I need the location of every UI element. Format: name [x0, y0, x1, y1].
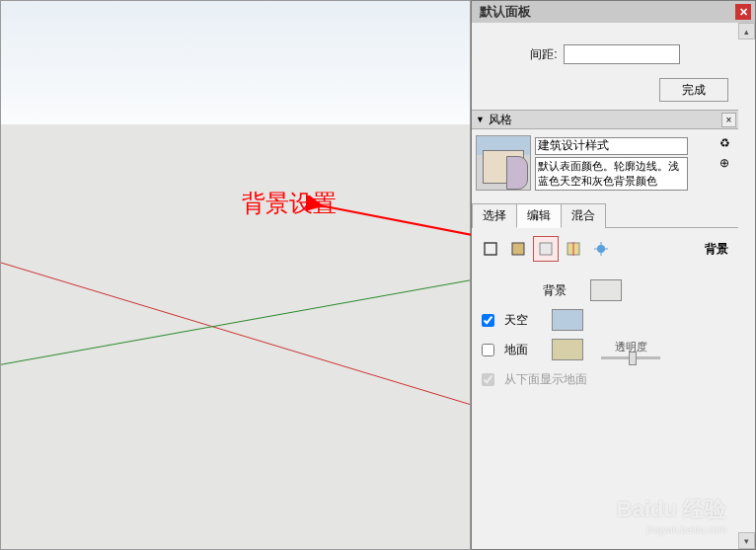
style-thumbnail[interactable]	[476, 135, 531, 191]
edge-settings-icon[interactable]	[478, 236, 503, 262]
svg-rect-4	[512, 243, 524, 255]
annotation-text: 背景设置	[242, 188, 337, 219]
transparency-slider[interactable]	[601, 356, 660, 359]
background-settings-icon[interactable]	[533, 236, 559, 262]
spacing-input[interactable]	[564, 44, 680, 64]
watermark-settings-icon[interactable]	[561, 236, 586, 262]
axes-overlay	[1, 1, 470, 549]
show-ground-below-checkbox	[482, 373, 494, 386]
default-panel: 默认面板 ✕ 间距: 完成 ▼ 风格 × 默认表面颜色。轮廓边线。浅蓝色天空和灰…	[471, 0, 756, 550]
spacing-row: 间距:	[472, 23, 738, 74]
panel-scrollbar[interactable]: ▴ ▾	[738, 23, 755, 549]
sky-color-swatch[interactable]	[552, 309, 583, 331]
scroll-up-icon[interactable]: ▴	[738, 23, 755, 39]
svg-rect-5	[540, 243, 552, 255]
style-section-label: 风格	[489, 112, 512, 128]
style-name-input[interactable]	[535, 137, 688, 155]
background-settings: 背景 天空 地面 透明度	[472, 270, 738, 400]
panel-title-bar[interactable]: 默认面板 ✕	[472, 1, 755, 23]
style-description[interactable]: 默认表面颜色。轮廓边线。浅蓝色天空和灰色背景颜色	[535, 157, 688, 191]
svg-rect-3	[485, 243, 496, 255]
scroll-down-icon[interactable]: ▾	[738, 532, 755, 549]
sky-checkbox[interactable]	[482, 314, 494, 327]
ground-checkbox[interactable]	[482, 344, 494, 356]
collapse-icon: ▼	[476, 115, 485, 124]
svg-line-0	[1, 260, 470, 406]
background-label: 背景	[543, 282, 580, 299]
background-color-swatch[interactable]	[590, 279, 622, 301]
tab-mix[interactable]: 混合	[561, 203, 606, 228]
edit-toolbar: 背景	[472, 228, 738, 270]
svg-line-1	[1, 279, 470, 366]
modeling-settings-icon[interactable]	[588, 236, 614, 262]
style-tabs: 选择 编辑 混合	[472, 202, 738, 228]
ground-label: 地面	[504, 342, 542, 358]
style-add-icon[interactable]: ⊕	[716, 155, 733, 173]
panel-title-text: 默认面板	[480, 4, 531, 19]
finish-button[interactable]: 完成	[659, 78, 728, 102]
tab-edit[interactable]: 编辑	[516, 203, 562, 228]
viewport-3d[interactable]	[0, 0, 471, 550]
face-settings-icon[interactable]	[505, 236, 531, 262]
ground-color-swatch[interactable]	[552, 339, 583, 360]
tab-select[interactable]: 选择	[472, 203, 517, 228]
close-panel-button[interactable]: ✕	[735, 4, 751, 20]
style-section-close[interactable]: ×	[721, 113, 736, 127]
spacing-label: 间距:	[530, 46, 557, 63]
style-section-header[interactable]: ▼ 风格 ×	[472, 110, 738, 129]
edit-section-label: 背景	[705, 241, 728, 258]
sky-label: 天空	[504, 312, 542, 329]
style-refresh-icon[interactable]: ♻	[716, 135, 733, 153]
show-ground-below-label: 从下面显示地面	[504, 371, 728, 388]
